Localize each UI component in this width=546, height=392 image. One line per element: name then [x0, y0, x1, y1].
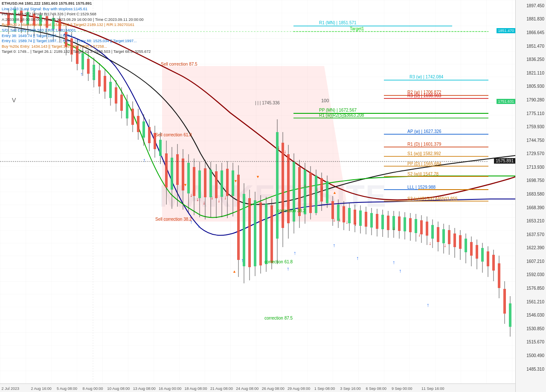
svg-text:↓: ↓	[392, 225, 395, 231]
svg-text:↓: ↓	[224, 195, 227, 201]
svg-text:↑: ↑	[287, 266, 289, 272]
svg-text:↓: ↓	[316, 186, 318, 192]
svg-text:↓: ↓	[190, 192, 192, 198]
svg-text:↓: ↓	[218, 198, 220, 204]
price-scale: 1897.4501881.8301866.6451851.4701836.250…	[515, 0, 546, 392]
svg-rect-147	[415, 219, 417, 233]
time-label: 10 Aug 08:00	[107, 386, 130, 391]
svg-rect-107	[304, 170, 306, 214]
svg-rect-67	[193, 167, 195, 196]
target1-price-box: 1751.631	[497, 99, 515, 104]
svg-text:↑: ↑	[197, 223, 200, 229]
header-line-9: Buy %20≤ Entry: 1434.143 || Target:1937.…	[2, 44, 151, 49]
price-label: 1637.570	[526, 232, 544, 237]
svg-text:↓: ↓	[284, 149, 286, 155]
svg-rect-131	[370, 213, 373, 228]
svg-rect-65	[187, 163, 190, 193]
svg-text:Target1: Target1	[350, 26, 364, 31]
svg-rect-33	[98, 70, 101, 86]
svg-text:R1 (w)|R2(S)$3663.208: R1 (w)|R2(S)$3663.208	[319, 113, 364, 118]
price-label: 1576.850	[526, 286, 544, 291]
header-line-10: Target 0: 1749... | Target 26.1: 2189.13…	[2, 49, 151, 55]
price-label: 1836.250	[526, 57, 544, 62]
price-label: 1881.830	[526, 17, 544, 21]
svg-rect-55	[159, 140, 162, 156]
svg-text:V: V	[12, 97, 16, 104]
svg-text:| | | 1745.336: | | | 1745.336	[255, 101, 280, 105]
svg-text:PP (MN) | 1672.567: PP (MN) | 1672.567	[319, 108, 357, 112]
svg-text:↓: ↓	[211, 195, 213, 201]
svg-text:R1 (MN) | 1851.571: R1 (MN) | 1851.571	[319, 20, 357, 25]
svg-rect-143	[404, 217, 406, 231]
svg-rect-93	[265, 204, 267, 264]
price-label: 1546.030	[526, 313, 544, 317]
svg-text:↑: ↑	[143, 157, 145, 163]
price-label: 1805.930	[526, 84, 544, 89]
svg-text:↓: ↓	[354, 221, 357, 227]
price-label: 1653.210	[526, 219, 544, 223]
svg-rect-165	[465, 239, 467, 252]
time-label: 8 Aug 00:00	[82, 386, 103, 391]
svg-text:AP (w) | 1627.326: AP (w) | 1627.326	[407, 129, 441, 134]
r1mn-price-box: 1851.470	[497, 28, 515, 33]
svg-rect-43	[126, 101, 128, 118]
svg-text:Sell correction 61.8: Sell correction 61.8	[155, 133, 192, 137]
price-label: 1683.580	[526, 192, 544, 196]
svg-text:↑: ↑	[392, 259, 395, 265]
price-label: 1729.570	[526, 151, 544, 156]
svg-text:▲: ▲	[232, 269, 236, 274]
svg-rect-121	[343, 206, 345, 222]
svg-rect-75	[215, 171, 218, 198]
time-label: 3 Sep 16:00	[340, 386, 361, 391]
svg-text:↑: ↑	[293, 250, 296, 256]
svg-rect-129	[365, 212, 367, 227]
svg-rect-169	[476, 245, 478, 259]
price-label: 1713.930	[526, 165, 544, 170]
svg-text:▲: ▲	[333, 190, 337, 195]
svg-rect-69	[198, 170, 201, 198]
svg-rect-167	[470, 242, 473, 256]
svg-rect-91	[259, 202, 262, 265]
price-label: 1851.470	[526, 44, 544, 49]
time-label: 9 Sep 00:00	[392, 386, 412, 391]
svg-rect-123	[348, 208, 351, 223]
header-info: ETHUSD.H4 1581.222 1581.603 1575.891 157…	[2, 1, 151, 55]
svg-rect-115	[326, 181, 328, 203]
svg-text:100: 100	[321, 98, 329, 103]
header-line-4: A:2033.08.18 00:00:00 | Time B:2023.08.2…	[2, 17, 151, 23]
svg-rect-157	[442, 229, 445, 243]
svg-rect-27	[81, 53, 84, 69]
header-line-1: ETHUSD.H4 1581.222 1581.603 1575.891 157…	[2, 1, 151, 6]
header-line-6: S/D: Sell Entry:1596.503 || R/R:1.881340…	[2, 28, 151, 33]
svg-text:correction 61.8: correction 61.8	[264, 259, 293, 264]
svg-rect-153	[431, 225, 434, 239]
time-label: 11 Sep 16:00	[421, 386, 444, 391]
svg-text:↑: ↑	[333, 242, 335, 248]
svg-rect-35	[104, 76, 106, 92]
time-label: 26 Aug 08:00	[262, 386, 285, 391]
price-label: 1592.030	[526, 272, 544, 277]
svg-text:S1 (w)|| 1582.992: S1 (w)|| 1582.992	[407, 151, 441, 156]
price-label: 1698.750	[526, 178, 544, 183]
price-label: 1607.210	[526, 259, 544, 264]
price-label: 1561.210	[526, 300, 544, 304]
current-price-box: 1575.891	[494, 158, 515, 164]
svg-rect-145	[409, 218, 412, 232]
current-price-value: 1575.891	[496, 159, 514, 163]
svg-rect-159	[448, 230, 450, 244]
svg-text:↓: ↓	[418, 232, 421, 238]
header-line-5: Buy %20 ≥ Market price or at: 1548.082 |…	[2, 22, 151, 28]
price-label: 1500.490	[526, 353, 544, 358]
svg-text:↑: ↑	[356, 255, 359, 261]
svg-text:R3 (w) | 1742.084: R3 (w) | 1742.084	[410, 75, 444, 79]
header-line-3: Point A:1493.562 | Point B:1749.326 | Po…	[2, 12, 151, 17]
svg-text:↓: ↓	[338, 217, 341, 223]
time-label: 6 Sep 08:00	[366, 386, 387, 391]
svg-rect-99	[282, 143, 284, 228]
time-label: 24 Aug 08:00	[236, 386, 258, 391]
svg-text:↓: ↓	[321, 185, 323, 191]
svg-rect-175	[492, 255, 495, 271]
price-label: 1668.390	[526, 205, 544, 210]
svg-rect-83	[237, 175, 240, 260]
svg-text:↓: ↓	[277, 144, 280, 150]
